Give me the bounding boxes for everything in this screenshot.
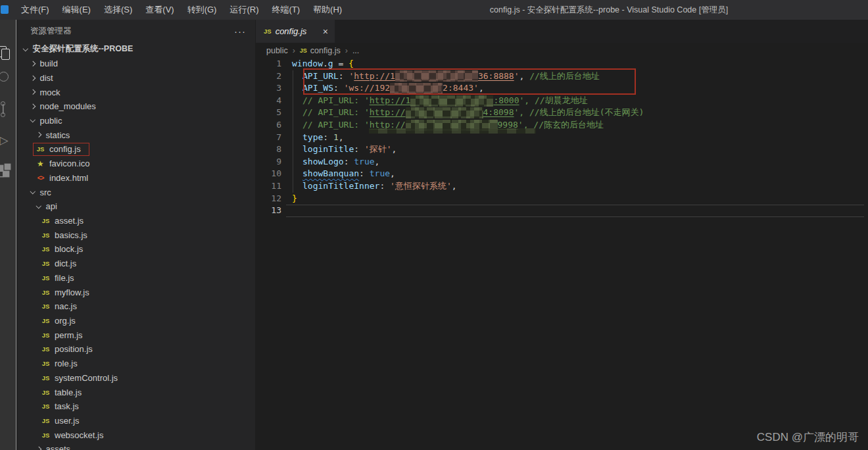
code-line-content[interactable]: showBanquan: true, bbox=[281, 168, 395, 180]
tree-item-api[interactable]: api bbox=[17, 199, 255, 214]
tree-item-src[interactable]: src bbox=[17, 185, 255, 199]
tree-item-task.js[interactable]: JStask.js bbox=[17, 399, 255, 414]
run-debug-icon[interactable]: ▷ bbox=[0, 133, 12, 149]
vscode-logo-icon[interactable] bbox=[1, 5, 9, 14]
tree-item-user.js[interactable]: JSuser.js bbox=[17, 414, 255, 428]
tree-item-config.js[interactable]: JSconfig.js bbox=[17, 142, 255, 157]
code-line-content[interactable]: window.g = { bbox=[281, 58, 354, 70]
code-line-5[interactable]: 5// API_URL: 'http://4:8098', //线上的后台地址(… bbox=[256, 107, 868, 119]
tree-item-nac.js[interactable]: JSnac.js bbox=[17, 299, 255, 314]
breadcrumb: public › JS config.js › ... bbox=[256, 43, 868, 58]
menu-view[interactable]: 查看(V) bbox=[139, 0, 180, 20]
code-line-content[interactable]: } bbox=[281, 193, 297, 205]
tree-item-dict.js[interactable]: JSdict.js bbox=[17, 257, 255, 271]
more-actions-icon[interactable]: ··· bbox=[234, 26, 246, 37]
menu-terminal[interactable]: 终端(T) bbox=[265, 0, 306, 20]
line-number[interactable]: 6 bbox=[256, 119, 281, 132]
line-number[interactable]: 2 bbox=[256, 70, 281, 83]
tree-item-public[interactable]: public bbox=[17, 114, 255, 128]
tree-item-org.js[interactable]: JSorg.js bbox=[17, 314, 255, 328]
code-token: , bbox=[390, 168, 395, 180]
code-line-content[interactable]: type: 1, bbox=[281, 132, 344, 144]
code-token: : bbox=[323, 132, 333, 144]
line-number[interactable]: 7 bbox=[256, 132, 281, 144]
tree-item-myflow.js[interactable]: JSmyflow.js bbox=[17, 285, 255, 299]
tree-item-file.js[interactable]: JSfile.js bbox=[17, 271, 255, 286]
js-file-icon: JS bbox=[41, 417, 51, 424]
code-line-11[interactable]: 11loginTitleInner: '意恒探针系统', bbox=[256, 180, 868, 193]
tree-item-block.js[interactable]: JSblock.js bbox=[17, 242, 255, 257]
tree-item-asset.js[interactable]: JSasset.js bbox=[17, 214, 255, 228]
breadcrumb-public[interactable]: public bbox=[266, 46, 288, 55]
code-line-1[interactable]: 1window.g = { bbox=[256, 58, 868, 70]
js-file-icon: JS bbox=[41, 217, 51, 224]
tree-item-statics[interactable]: statics bbox=[17, 128, 255, 142]
code-line-content[interactable]: loginTitleInner: '意恒探针系统', bbox=[281, 180, 457, 193]
code-line-content[interactable]: // API_URL: 'http://1:8000', //胡晨龙地址 bbox=[281, 95, 588, 107]
tree-item-basics.js[interactable]: JSbasics.js bbox=[17, 228, 255, 242]
code-editor[interactable]: 1window.g = {2API_URL: 'http://136:8888'… bbox=[256, 58, 868, 217]
tree-item-build[interactable]: build bbox=[17, 57, 255, 71]
tree-item-websocket.js[interactable]: JSwebsocket.js bbox=[17, 428, 255, 442]
line-number[interactable]: 5 bbox=[256, 107, 281, 119]
code-line-10[interactable]: 10showBanquan: true, bbox=[256, 168, 868, 180]
tree-item-favicon.ico[interactable]: ★favicon.ico bbox=[17, 157, 255, 171]
line-number[interactable]: 9 bbox=[256, 156, 281, 168]
menu-selection[interactable]: 选择(S) bbox=[97, 0, 139, 20]
close-tab-icon[interactable]: × bbox=[323, 26, 328, 37]
code-line-7[interactable]: 7type: 1, bbox=[256, 132, 868, 144]
code-line-2[interactable]: 2API_URL: 'http://136:8888', //线上的后台地址 bbox=[256, 70, 868, 83]
source-control-icon[interactable] bbox=[0, 101, 12, 117]
line-number[interactable]: 4 bbox=[256, 95, 281, 107]
code-line-8[interactable]: 8loginTitle: '探针', bbox=[256, 143, 868, 156]
code-line-content[interactable]: loginTitle: '探针', bbox=[281, 143, 397, 156]
menu-run[interactable]: 运行(R) bbox=[223, 0, 265, 20]
search-icon[interactable] bbox=[0, 70, 12, 86]
tree-item-position.js[interactable]: JSposition.js bbox=[17, 342, 255, 357]
js-file-icon: JS bbox=[41, 332, 51, 339]
tree-item-label: node_modules bbox=[40, 101, 96, 111]
explorer-icon[interactable] bbox=[0, 45, 12, 61]
code-line-3[interactable]: 3API_WS: 'ws://1922:8443', bbox=[256, 82, 868, 95]
menu-edit[interactable]: 编辑(E) bbox=[56, 0, 97, 20]
code-line-9[interactable]: 9showLogo: true, bbox=[256, 156, 868, 168]
line-number[interactable]: 8 bbox=[256, 143, 281, 156]
menu-go[interactable]: 转到(G) bbox=[181, 0, 224, 20]
tree-item----probe[interactable]: 安全探针配置系统--PROBE bbox=[17, 42, 255, 57]
tree-item-node-modules[interactable]: node_modules bbox=[17, 99, 255, 114]
code-line-content[interactable]: API_WS: 'ws://1922:8443', bbox=[281, 82, 484, 95]
line-number[interactable]: 1 bbox=[256, 58, 281, 70]
line-number[interactable]: 12 bbox=[256, 193, 281, 205]
tree-item-label: file.js bbox=[55, 273, 74, 283]
code-line-6[interactable]: 6// API_URL: 'http://9998', //陈玄的后台地址 bbox=[256, 119, 868, 132]
tree-item-index.html[interactable]: <>index.html bbox=[17, 170, 255, 185]
code-token: showBanquan bbox=[302, 168, 359, 180]
code-line-content[interactable]: // API_URL: 'http://4:8098', //线上的后台地址(不… bbox=[281, 107, 644, 119]
breadcrumb-config-js[interactable]: config.js bbox=[310, 46, 341, 55]
tree-item-perm.js[interactable]: JSperm.js bbox=[17, 328, 255, 342]
code-line-4[interactable]: 4// API_URL: 'http://1:8000', //胡晨龙地址 bbox=[256, 95, 868, 107]
breadcrumb-symbol-ellipsis[interactable]: ... bbox=[352, 46, 359, 55]
tree-item-content: ★favicon.ico bbox=[36, 159, 89, 168]
tree-item-mock[interactable]: mock bbox=[17, 85, 255, 99]
tree-item-table.js[interactable]: JStable.js bbox=[17, 385, 255, 399]
code-line-content[interactable]: showLogo: true, bbox=[281, 156, 379, 168]
line-number[interactable]: 10 bbox=[256, 168, 281, 180]
line-number[interactable]: 3 bbox=[256, 82, 281, 95]
code-token: // API_URL: ' bbox=[302, 95, 370, 107]
tree-item-dist[interactable]: dist bbox=[17, 70, 255, 85]
tree-item-role.js[interactable]: JSrole.js bbox=[17, 357, 255, 371]
code-line-content[interactable]: API_URL: 'http://136:8888', //线上的后台地址 bbox=[281, 70, 600, 83]
line-number[interactable]: 11 bbox=[256, 180, 281, 193]
line-number[interactable]: 13 bbox=[256, 205, 281, 217]
menu-help[interactable]: 帮助(H) bbox=[306, 0, 349, 20]
extensions-icon[interactable] bbox=[0, 164, 12, 180]
menu-file[interactable]: 文件(F) bbox=[14, 0, 56, 20]
tree-item-content: statics bbox=[36, 130, 70, 140]
js-file-icon: JS bbox=[41, 289, 51, 296]
tree-item-assets[interactable]: assets bbox=[17, 442, 255, 450]
tab-config-js[interactable]: JS config.js × bbox=[256, 20, 335, 43]
code-line-12[interactable]: 12} bbox=[256, 193, 868, 205]
editor-group: JS config.js × public › JS config.js › .… bbox=[256, 20, 868, 450]
tree-item-systemcontrol.js[interactable]: JSsystemControl.js bbox=[17, 371, 255, 386]
